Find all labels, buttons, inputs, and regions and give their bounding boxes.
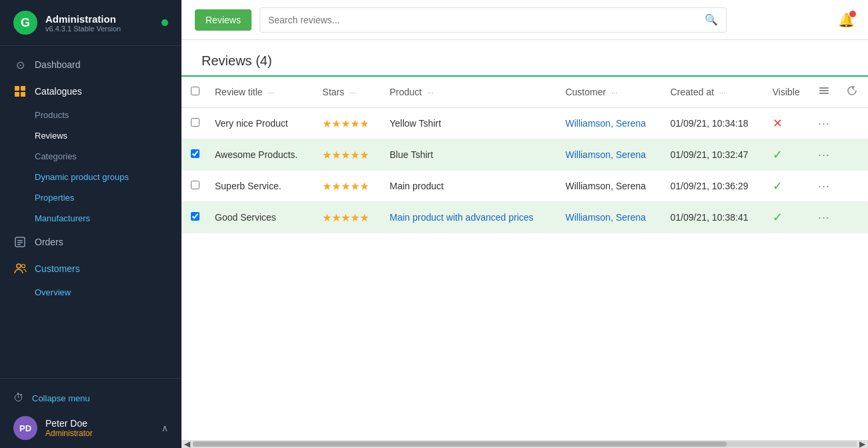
col-created-at: Created at ··· (664, 76, 766, 108)
stars-cell: ★★★★★ (316, 139, 383, 171)
sidebar-item-dynamic-product-groups[interactable]: Dynamic product groups (0, 167, 181, 187)
created-at-col-options[interactable]: ··· (719, 88, 726, 97)
svg-rect-0 (15, 86, 19, 91)
sidebar-customers-label: Customers (35, 263, 80, 274)
row-checkbox[interactable] (191, 118, 199, 127)
visible-cell: ✓ (766, 171, 811, 202)
row-checkbox[interactable] (191, 181, 199, 189)
svg-rect-2 (15, 92, 19, 97)
dashboard-icon: ⊙ (13, 58, 27, 71)
svg-rect-11 (819, 90, 829, 91)
created-at-cell: 01/09/21, 10:38:41 (664, 202, 766, 233)
chevron-up-icon[interactable]: ∧ (161, 423, 168, 433)
search-icon-button[interactable]: 🔍 (705, 13, 718, 26)
visible-cell: ✕ (766, 108, 811, 139)
visible-check-icon: ✓ (773, 179, 783, 193)
scroll-left-arrow[interactable]: ◀ (181, 439, 193, 448)
empty-col (839, 171, 868, 202)
customer-col-options[interactable]: ··· (611, 88, 618, 97)
row-options-button[interactable]: ··· (818, 148, 830, 162)
svg-rect-3 (21, 92, 25, 97)
user-role: Administrator (45, 429, 153, 438)
user-row: PD Peter Doe Administrator ∧ (13, 409, 168, 440)
svg-rect-1 (21, 86, 25, 91)
col-visible: Visible (766, 76, 811, 108)
col-review-title: Review title ··· (208, 76, 316, 108)
sidebar-item-label: Dashboard (35, 59, 81, 70)
scroll-track (193, 441, 857, 447)
row-checkbox[interactable] (191, 149, 199, 158)
stars-col-options[interactable]: ··· (350, 88, 356, 97)
sidebar-item-reviews[interactable]: Reviews (0, 125, 181, 146)
svg-rect-5 (17, 240, 23, 241)
sidebar-item-manufacturers[interactable]: Manufacturers (0, 208, 181, 229)
sidebar-item-products[interactable]: Products (0, 105, 181, 125)
created-at-cell: 01/09/21, 10:32:47 (664, 139, 766, 171)
stars-cell: ★★★★★ (316, 171, 383, 202)
row-actions-cell: ··· (811, 202, 840, 233)
svg-point-9 (22, 265, 25, 268)
row-checkbox[interactable] (191, 212, 199, 221)
table-row: Awesome Products.★★★★★Blue TshirtWilliam… (181, 139, 868, 171)
sidebar-nav: ⊙ Dashboard Catalogues Products Reviews … (0, 46, 181, 378)
user-info: Peter Doe Administrator (45, 418, 153, 438)
clock-icon: ⏱ (13, 392, 24, 404)
visible-cell: ✓ (766, 202, 811, 233)
app-version: v6.4.3.1 Stable Version (45, 25, 153, 33)
refresh-button[interactable] (846, 85, 858, 99)
sidebar-catalogues-label: Catalogues (35, 86, 82, 97)
table-row: Superb Service.★★★★★Main productWilliams… (181, 171, 868, 202)
catalogues-icon (13, 85, 27, 98)
sidebar-item-overview[interactable]: Overview (0, 282, 181, 303)
app-logo: G (13, 11, 37, 35)
topbar: Reviews 🔍 🔔 (181, 0, 868, 40)
sidebar-item-catalogues[interactable]: Catalogues (0, 78, 181, 105)
row-options-button[interactable]: ··· (818, 179, 830, 193)
select-all-checkbox[interactable] (191, 87, 199, 95)
table-row: Good Services★★★★★Main product with adva… (181, 202, 868, 233)
product-col-options[interactable]: ··· (427, 88, 434, 97)
notification-button[interactable]: 🔔 (838, 12, 855, 28)
sidebar-item-dashboard[interactable]: ⊙ Dashboard (0, 51, 181, 78)
reviews-table: Review title ··· Stars ··· Product ··· C… (181, 75, 868, 233)
sidebar: G Administration v6.4.3.1 Stable Version… (0, 0, 181, 448)
svg-rect-7 (17, 244, 21, 245)
sidebar-item-categories[interactable]: Categories (0, 146, 181, 167)
stars-cell: ★★★★★ (316, 108, 383, 139)
product-cell[interactable]: Main product with advanced prices (383, 202, 558, 233)
customer-cell[interactable]: Williamson, Serena (558, 139, 663, 171)
horizontal-scrollbar[interactable]: ◀ ▶ (181, 440, 868, 448)
sidebar-item-properties[interactable]: Properties (0, 187, 181, 208)
search-box: 🔍 (260, 7, 727, 33)
visible-x-icon: ✕ (773, 117, 783, 130)
review-title-cell: Good Services (208, 202, 316, 233)
sidebar-header: G Administration v6.4.3.1 Stable Version (0, 0, 181, 46)
collapse-menu-button[interactable]: ⏱ Collapse menu (13, 387, 168, 409)
row-actions-cell: ··· (811, 171, 840, 202)
sidebar-item-orders[interactable]: Orders (0, 229, 181, 255)
sidebar-orders-label: Orders (35, 237, 63, 247)
svg-rect-12 (819, 93, 829, 94)
topbar-right: 🔔 (838, 12, 855, 28)
customer-cell[interactable]: Williamson, Serena (558, 202, 663, 233)
collapse-label: Collapse menu (32, 393, 90, 403)
column-settings-button[interactable] (818, 85, 830, 99)
col-stars: Stars ··· (316, 76, 383, 108)
row-actions-cell: ··· (811, 139, 840, 171)
scroll-right-arrow[interactable]: ▶ (857, 439, 868, 448)
row-options-button[interactable]: ··· (818, 211, 830, 225)
review-title-col-options[interactable]: ··· (268, 88, 274, 97)
page-title-row: Reviews (4) (181, 40, 868, 75)
reviews-tab-button[interactable]: Reviews (195, 9, 252, 31)
empty-col (839, 108, 868, 139)
customer-cell[interactable]: Williamson, Serena (558, 108, 663, 139)
row-options-button[interactable]: ··· (818, 117, 830, 131)
content-area: Reviews (4) Review title ··· Stars ··· (181, 40, 868, 440)
svg-rect-10 (819, 87, 829, 89)
search-input[interactable] (268, 15, 705, 25)
scroll-thumb[interactable] (193, 441, 727, 447)
sidebar-item-customers[interactable]: Customers (0, 255, 181, 282)
product-cell: Main product (383, 171, 558, 202)
status-dot (161, 19, 168, 26)
col-product: Product ··· (383, 76, 558, 108)
